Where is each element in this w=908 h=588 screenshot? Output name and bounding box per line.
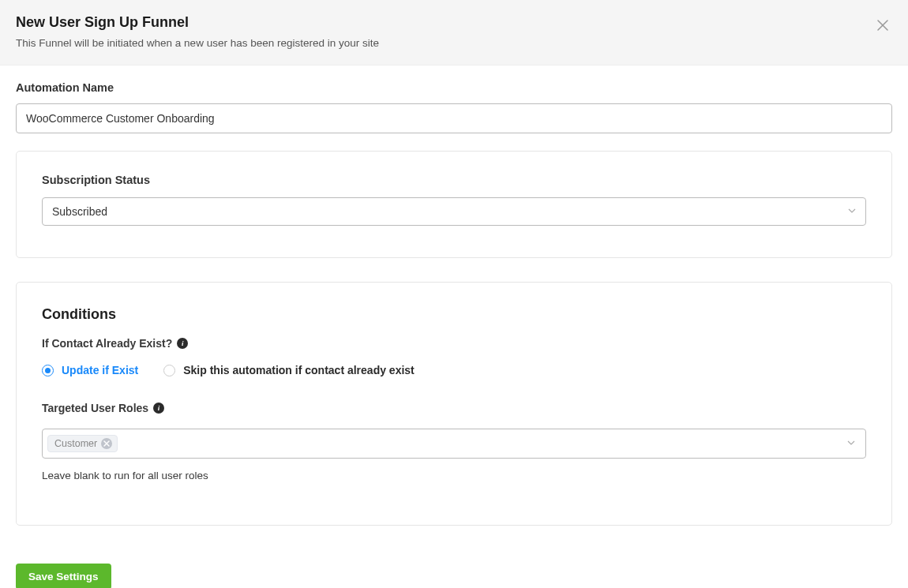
chevron-down-icon <box>846 437 856 450</box>
form-content: Automation Name Subscription Status Subs… <box>0 66 908 541</box>
tag-remove-button[interactable] <box>101 438 112 449</box>
info-icon[interactable]: i <box>153 403 164 414</box>
close-icon <box>103 440 110 447</box>
roles-helper-text: Leave blank to run for all user roles <box>42 470 866 481</box>
modal-header: New User Sign Up Funnel This Funnel will… <box>0 0 908 66</box>
radio-skip-if-exist[interactable]: Skip this automation if contact already … <box>163 364 415 376</box>
radio-circle-selected <box>42 365 54 376</box>
subscription-status-card: Subscription Status Subscribed <box>16 151 892 258</box>
radio-skip-label: Skip this automation if contact already … <box>183 364 415 376</box>
subscription-status-value: Subscribed <box>52 205 107 218</box>
conditions-title: Conditions <box>42 306 866 323</box>
subscription-status-select[interactable]: Subscribed <box>42 197 866 226</box>
radio-update-label: Update if Exist <box>62 364 138 376</box>
conditions-card: Conditions If Contact Already Exist? i U… <box>16 282 892 526</box>
page-root: New User Sign Up Funnel This Funnel will… <box>0 0 908 588</box>
roles-label-text: Targeted User Roles <box>42 402 148 414</box>
roles-label: Targeted User Roles i <box>42 402 866 414</box>
info-icon[interactable]: i <box>177 338 188 349</box>
role-tag: Customer <box>47 435 118 452</box>
contact-exist-radio-group: Update if Exist Skip this automation if … <box>42 364 866 376</box>
role-tag-label: Customer <box>54 438 97 449</box>
contact-exist-label-text: If Contact Already Exist? <box>42 337 172 350</box>
save-settings-button[interactable]: Save Settings <box>16 564 111 588</box>
roles-multiselect[interactable]: Customer <box>42 429 866 459</box>
contact-exist-label: If Contact Already Exist? i <box>42 337 866 350</box>
radio-dot-icon <box>45 368 51 373</box>
close-icon <box>877 20 888 31</box>
close-button[interactable] <box>875 17 891 33</box>
radio-update-if-exist[interactable]: Update if Exist <box>42 364 138 376</box>
page-subtitle: This Funnel will be initiated when a new… <box>16 37 892 49</box>
radio-circle-unselected <box>163 365 175 376</box>
automation-name-label: Automation Name <box>16 81 892 94</box>
subscription-status-select-wrap: Subscribed <box>42 197 866 226</box>
page-title: New User Sign Up Funnel <box>16 14 892 31</box>
automation-name-input[interactable] <box>16 103 892 133</box>
subscription-status-label: Subscription Status <box>42 174 866 186</box>
footer: Save Settings <box>0 541 908 588</box>
